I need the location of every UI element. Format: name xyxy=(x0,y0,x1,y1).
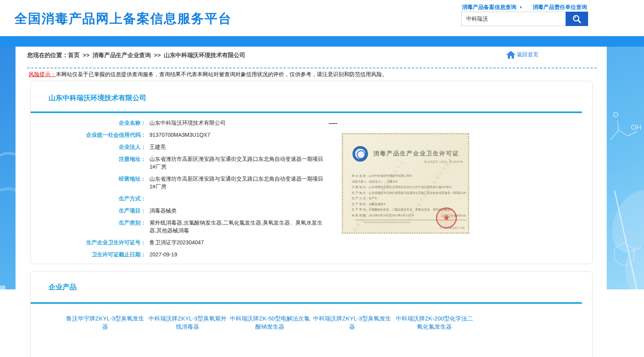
chevron-down-icon: ▼ xyxy=(519,5,522,9)
risk-notice-label: 风险提示： xyxy=(29,71,56,77)
product-link-4[interactable]: 中科瑞沃牌ZKYL-3型臭氧发生器 xyxy=(311,314,393,331)
company-card-title: 山东中科瑞沃环境技术有限公司 xyxy=(49,93,146,103)
search-input[interactable] xyxy=(461,12,566,26)
certificate-issue-date: 二〇二三年九月二十日 xyxy=(439,226,465,230)
breadcrumb-separator: >> xyxy=(154,52,161,58)
home-icon xyxy=(506,50,516,59)
certificate-number: 鲁卫消证字（2023）第-04047号 xyxy=(424,160,463,164)
cert-line-legal-rep: 法定代表人（或负责人）：王建亮※ xyxy=(352,179,466,185)
field-credit-code: 企业统一社会信用代码： 91370700MA3M3U1QX7 xyxy=(31,131,361,139)
field-legal-person: 企业法人： 王建亮 xyxy=(31,143,361,151)
field-license-expiry: 卫生许可证截止日期： 2027-09-19 xyxy=(31,251,361,258)
field-production-category: 生产类别： 紫外线消毒器,次氯酸钠发生器,二氧化氯发生器,臭氧发生器、臭氧水发生… xyxy=(31,219,361,234)
field-business-address: 经营地址： 山东省潍坊市高新区潍安路与宝通街交叉路口东北角自动变速器一期项目1#… xyxy=(31,175,361,190)
molecule-decoration-left xyxy=(0,93,17,336)
nav-responsible-unit-query[interactable]: 消毒产品责任单位查询 xyxy=(533,4,587,11)
risk-notice-text: 本网站仅基于已掌握的信息提供查询服务，查询结果不代表本网站对被查询对象信用状况的… xyxy=(56,71,387,77)
field-registered-address: 注册地址： 山东省潍坊市高新区潍安路与宝通街交叉路口东北角自动变速器一期项目1#… xyxy=(31,155,361,171)
breadcrumb-enterprise-query[interactable]: 消毒产品生产企业查询 xyxy=(93,52,151,58)
field-production-project: 生产项目： 消毒器械类 xyxy=(31,207,361,214)
product-link-3[interactable]: 中科瑞沃牌ZK-50型电解法次氯酸钠发生器 xyxy=(229,314,311,331)
products-card-title: 企业产品 xyxy=(49,282,76,292)
search-icon xyxy=(572,14,582,24)
hygiene-license-certificate-image: 全国消毒产品网上备案信息服务平台 全国消毒产品网上备案信息服务平台 消毒产品生产… xyxy=(342,133,469,233)
risk-notice: 风险提示：本网站仅基于已掌握的信息提供查询服务，查询结果不代表本网站对被查询对象… xyxy=(29,71,387,78)
site-header: 全国消毒产品网上备案信息服务平台 消毒产品备案信息查询 ▼ 消毒产品责任单位查询 xyxy=(0,0,644,36)
cert-line-production-address: 生 产 地 址：山东省潍坊市高新区潍安路与宝通街交叉路口东北角自动变速器一期项目… xyxy=(352,190,466,196)
breadcrumb-home[interactable]: 首页 xyxy=(68,52,80,58)
breadcrumb-prefix: 您现在的位置： xyxy=(27,52,68,58)
molecule-decoration-right: O OH xyxy=(607,93,644,315)
header-accent-bar xyxy=(0,36,644,47)
company-fields: 企业名称： 山东中科瑞沃环境技术有限公司 企业统一社会信用代码： 9137070… xyxy=(31,119,361,263)
certificate-title: 消毒产品生产企业卫生许可证 xyxy=(373,150,467,157)
product-link-5[interactable]: 中科瑞沃牌ZK-200型化学法二氧化氯发生器 xyxy=(393,314,476,331)
field-company-name: 企业名称： 山东中科瑞沃环境技术有限公司 xyxy=(31,119,361,127)
molecule-o-label: O xyxy=(613,111,618,119)
cert-line-unit-name: 单 位 名 称：山东中科瑞沃环境技术有限公司※ xyxy=(352,173,466,179)
breadcrumb-current: 山东中科瑞沃环境技术有限公司 xyxy=(164,52,245,58)
product-link-1[interactable]: 鲁沃华宇牌ZKYL-3型臭氧发生器 xyxy=(64,314,146,331)
cert-line-production-mode: 生 产 方 式：生产※ xyxy=(352,196,466,202)
certificate-red-seal-icon: ★ xyxy=(436,207,457,228)
back-home-link[interactable]: 返回首页 xyxy=(506,50,538,59)
product-link-2[interactable]: 中科瑞沃牌ZKYL-3型臭氧紫外线消毒器 xyxy=(146,314,229,331)
products-card-rule xyxy=(31,302,582,304)
molecule-oh-label: OH xyxy=(631,124,641,131)
company-info-card: 山东中科瑞沃环境技术有限公司 企业名称： 山东中科瑞沃环境技术有限公司 企业统一… xyxy=(30,81,593,264)
top-nav: 消毒产品备案信息查询 ▼ 消毒产品责任单位查询 xyxy=(462,4,587,11)
field-license-number: 生产企业卫生许可证号： 鲁卫消证字202304047 xyxy=(31,239,361,246)
scan-artifact-mark xyxy=(329,123,337,124)
company-products-card: 企业产品 鲁沃华宇牌ZKYL-3型臭氧发生器 中科瑞沃牌ZKYL-3型臭氧紫外线… xyxy=(30,271,593,357)
dashed-divider xyxy=(27,68,597,68)
cert-line-production-project: 生 产 项 目：消毒器械类※ xyxy=(352,202,466,207)
certificate-emblem-icon xyxy=(352,146,368,162)
cert-line-registered-address: 注 册 地 址：山东省潍坊高新区玉清东街以北中心次干道以西高新大厦902室※ xyxy=(352,185,466,190)
breadcrumb: 您现在的位置：首页>>消毒产品生产企业查询>>山东中科瑞沃环境技术有限公司 返回… xyxy=(27,52,597,62)
field-production-mode: 生产方式： xyxy=(31,195,361,202)
nav-record-info-query[interactable]: 消毒产品备案信息查询 ▼ xyxy=(462,4,522,11)
products-grid: 鲁沃华宇牌ZKYL-3型臭氧发生器 中科瑞沃牌ZKYL-3型臭氧紫外线消毒器 中… xyxy=(64,314,569,340)
company-card-rule xyxy=(31,111,582,113)
search-button[interactable] xyxy=(566,12,588,26)
site-title: 全国消毒产品网上备案信息服务平台 xyxy=(14,10,232,28)
search-bar xyxy=(461,12,588,26)
breadcrumb-separator: >> xyxy=(83,52,90,58)
